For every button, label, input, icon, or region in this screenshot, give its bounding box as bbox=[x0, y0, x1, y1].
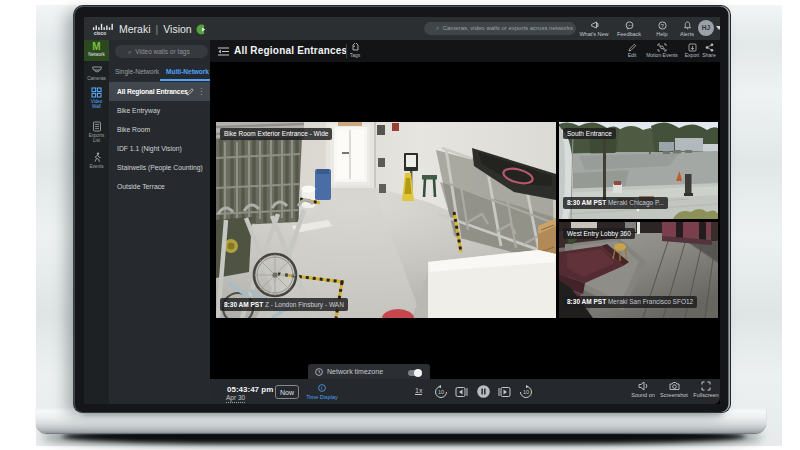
svg-text:10: 10 bbox=[523, 389, 529, 395]
svg-text:?: ? bbox=[660, 23, 663, 29]
svg-text:cisco: cisco bbox=[94, 31, 106, 36]
svg-text:10: 10 bbox=[438, 389, 444, 395]
svg-text:i: i bbox=[321, 385, 322, 391]
